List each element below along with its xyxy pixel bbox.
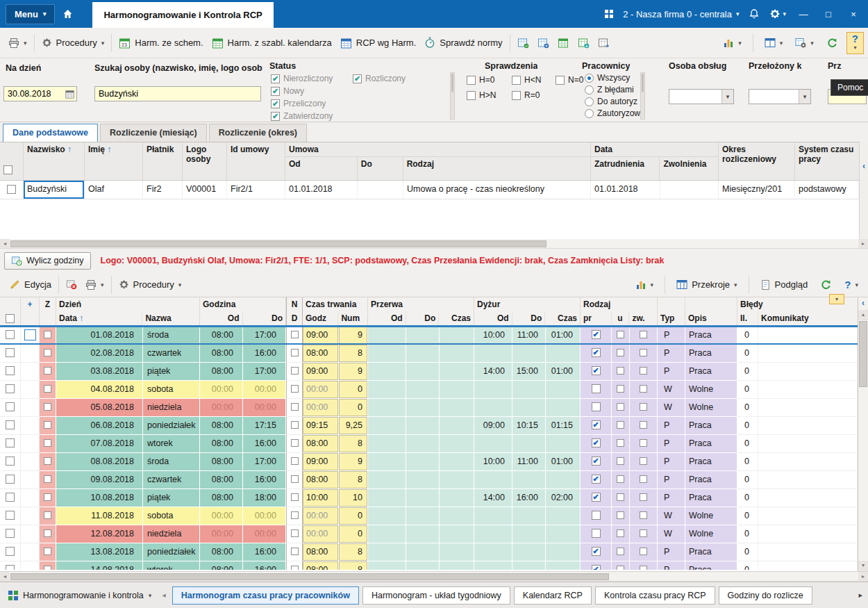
home-button[interactable] xyxy=(55,0,80,28)
komunikaty-cell[interactable] xyxy=(758,381,858,399)
osoba-select[interactable]: ▾ xyxy=(669,89,734,104)
opis-cell[interactable]: Praca xyxy=(685,471,737,489)
pr-cell[interactable]: ✔ xyxy=(581,417,612,435)
dyzur-od-cell[interactable] xyxy=(474,507,512,525)
przerwa-czas-cell[interactable] xyxy=(440,345,474,363)
do-cell[interactable]: 17:00 xyxy=(243,363,286,381)
dyzur-czas-cell[interactable] xyxy=(546,543,581,561)
do-cell[interactable]: 16:00 xyxy=(243,435,286,453)
day-name-cell[interactable]: czwartek xyxy=(143,345,200,363)
godz-cell[interactable]: 09:15 xyxy=(303,417,339,435)
checkbox-icon[interactable] xyxy=(640,475,647,483)
checkbox-icon[interactable] xyxy=(6,475,15,484)
zw-cell[interactable] xyxy=(630,345,658,363)
checkbox-icon[interactable] xyxy=(592,384,601,393)
il-cell[interactable]: 0 xyxy=(737,525,758,543)
nd-cell[interactable] xyxy=(286,471,303,489)
print-button[interactable]: ▾ xyxy=(81,276,108,294)
nd-cell[interactable] xyxy=(286,381,303,399)
num-cell[interactable]: 8 xyxy=(339,543,368,561)
apps-grid-icon[interactable] xyxy=(605,10,613,18)
row-indicator-cell[interactable] xyxy=(21,525,40,543)
przerwa-do-cell[interactable] xyxy=(406,399,440,417)
u-cell[interactable] xyxy=(612,489,630,507)
u-cell[interactable] xyxy=(612,507,630,525)
opis-cell[interactable]: Praca xyxy=(685,435,737,453)
dyzur-czas-cell[interactable]: 01:00 xyxy=(546,327,581,345)
date-cell[interactable]: 06.08.2018 xyxy=(56,417,143,435)
scroll-thumb[interactable] xyxy=(10,240,546,247)
do-cell[interactable]: 00:00 xyxy=(243,399,286,417)
komunikaty-cell[interactable] xyxy=(758,507,858,525)
dyzur-do-cell[interactable] xyxy=(512,543,546,561)
checkbox-icon[interactable] xyxy=(291,439,299,447)
col-header-il[interactable]: Il. xyxy=(737,311,758,325)
przerwa-do-cell[interactable] xyxy=(406,417,440,435)
rcp-table-check-button[interactable] xyxy=(533,34,553,52)
do-cell[interactable]: 00:00 xyxy=(243,507,286,525)
col-header-do[interactable]: Do xyxy=(243,311,286,325)
checkbox-icon[interactable] xyxy=(6,402,15,411)
rcp-wg-harm-button[interactable]: RCP wg Harm. xyxy=(336,34,420,52)
komunikaty-cell[interactable] xyxy=(758,543,858,561)
checkbox-icon[interactable] xyxy=(617,566,624,570)
opis-cell[interactable]: Praca xyxy=(685,453,737,471)
col-header-platnik[interactable]: Płatnik xyxy=(143,142,183,180)
do-cell[interactable]: 16:00 xyxy=(243,471,286,489)
checkbox-icon[interactable] xyxy=(617,421,624,429)
checkbox-icon[interactable]: ✔ xyxy=(592,438,601,447)
do-cell[interactable]: 17:00 xyxy=(243,327,286,345)
checkbox-icon[interactable] xyxy=(44,475,51,483)
col-header-typ[interactable]: Typ xyxy=(658,297,685,325)
godz-cell[interactable]: 08:00 xyxy=(303,561,339,570)
day-name-cell[interactable]: niedziela xyxy=(143,525,200,543)
checkbox-icon[interactable] xyxy=(640,548,647,555)
status-zatwierdzony-checkbox[interactable]: ✔Zatwierdzony xyxy=(271,111,333,121)
komunikaty-cell[interactable] xyxy=(758,399,858,417)
refresh-button[interactable] xyxy=(822,34,842,52)
schedule-grid-hscrollbar[interactable]: ◂ ▸ xyxy=(0,571,868,582)
przerwa-od-cell[interactable] xyxy=(368,561,406,570)
col-header-u[interactable]: u xyxy=(612,311,630,325)
checkbox-icon[interactable] xyxy=(617,457,624,465)
przerwa-do-cell[interactable] xyxy=(406,543,440,561)
dyzur-od-cell[interactable]: 14:00 xyxy=(474,363,512,381)
num-cell[interactable]: 9 xyxy=(339,363,368,381)
cell-umowa-od[interactable]: 01.01.2018 xyxy=(285,181,358,199)
collapse-hint-badge[interactable]: ▾ xyxy=(829,294,844,304)
cell-rodzaj[interactable]: Umowa o pracę - czas nieokreślony xyxy=(403,181,591,199)
checkbox-icon[interactable]: ✔ xyxy=(592,565,601,570)
num-cell[interactable]: 8 xyxy=(339,471,368,489)
cell-okres[interactable]: Miesięczny/201 xyxy=(719,181,795,199)
przerwa-czas-cell[interactable] xyxy=(440,525,474,543)
przerwa-od-cell[interactable] xyxy=(368,363,406,381)
row-select-cell[interactable] xyxy=(0,381,21,399)
cell-id-umowy[interactable]: Fir2/1 xyxy=(227,181,285,199)
procedury-button[interactable]: Procedury ▾ xyxy=(115,276,186,293)
przerwa-czas-cell[interactable] xyxy=(440,435,474,453)
rcp-export-button[interactable] xyxy=(574,34,594,52)
col-header-nazwa[interactable]: Nazwa xyxy=(142,311,199,325)
typ-cell[interactable]: P xyxy=(658,453,685,471)
row-indicator-cell[interactable] xyxy=(21,399,40,417)
u-cell[interactable] xyxy=(612,561,630,570)
przerwa-do-cell[interactable] xyxy=(406,525,440,543)
opis-cell[interactable]: Wolne xyxy=(685,525,737,543)
od-cell[interactable]: 08:00 xyxy=(200,543,243,561)
szukaj-input[interactable] xyxy=(94,86,261,101)
checkbox-icon[interactable] xyxy=(6,384,15,393)
date-cell[interactable]: 10.08.2018 xyxy=(56,489,143,507)
day-name-cell[interactable]: piątek xyxy=(143,489,200,507)
komunikaty-cell[interactable] xyxy=(758,471,858,489)
col-header-dyzur-do[interactable]: Do xyxy=(512,311,546,325)
row-indicator-cell[interactable] xyxy=(21,381,40,399)
help-button[interactable]: ? ▾ xyxy=(840,275,862,294)
row-select-cell[interactable] xyxy=(0,561,21,570)
col-header-przerwa-czas[interactable]: Czas xyxy=(439,311,474,325)
row-select-cell[interactable] xyxy=(0,345,21,363)
il-cell[interactable]: 0 xyxy=(737,543,758,561)
pr-cell[interactable]: ✔ xyxy=(581,489,612,507)
day-name-cell[interactable]: sobota xyxy=(143,381,200,399)
row-select-cell[interactable] xyxy=(0,417,21,435)
dyzur-od-cell[interactable] xyxy=(474,561,512,570)
